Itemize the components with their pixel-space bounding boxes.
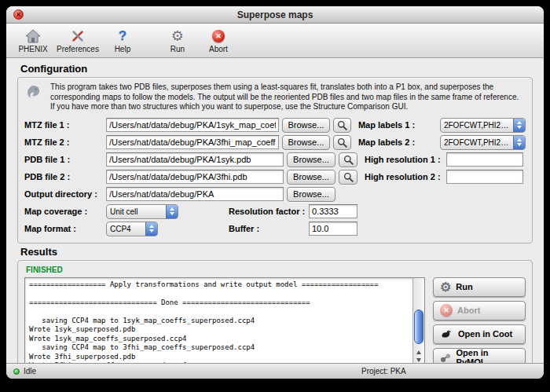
run-button[interactable]: Run [433,277,526,297]
status-badge: FINISHED [26,266,526,274]
pymol-molecule-icon [440,353,452,363]
map-format-label: Map format : [24,224,103,233]
toolbar-help-label: Help [115,45,131,53]
magnifier-icon [343,155,354,165]
program-description: This program takes two PDB files, superp… [50,82,524,112]
toolbar-abort-button[interactable]: Abort [201,28,236,53]
run-gear-icon [440,280,451,295]
help-icon [119,28,126,44]
mtz-file-1-label: MTZ file 1 : [24,120,103,130]
pdb-file-1-row: PDB file 1 : Browse... High resolution 1… [24,152,526,167]
configuration-section-title: Configuration [20,63,533,75]
open-in-coot-button[interactable]: Open in Coot [433,324,526,344]
title-bar: Superpose maps [6,6,544,24]
scrollbar-thumb[interactable] [414,310,424,344]
output-directory-row: Output directory : Browse... [24,187,526,202]
results-body: ================== Apply transformations… [24,277,526,368]
pdb-file-1-view-button[interactable] [339,152,358,167]
map-labels-2-label: Map labels 2 : [358,137,437,147]
toolbar: PHENIX Preferences Help Run Abort [6,24,544,58]
popup-arrows-icon [513,136,525,149]
console-scrollbar[interactable] [412,278,424,368]
mtz-file-2-label: MTZ file 2 : [24,137,103,147]
status-bar: Idle Project: PKA [6,363,544,379]
buffer-input[interactable] [309,222,358,236]
resolution-factor-label: Resolution factor : [229,207,306,216]
toolbar-preferences-label: Preferences [57,45,99,53]
map-format-slot: CCP4 [106,222,226,236]
output-directory-label: Output directory : [24,189,103,199]
magnifier-icon [343,172,354,182]
project-label: Project: PKA [361,367,406,376]
app-window: Superpose maps PHENIX Preferences Help R… [6,6,544,379]
pdb-file-1-input[interactable] [106,152,284,167]
map-labels-1-select[interactable]: 2FOFCWT,PHI2FOF... [440,118,526,133]
pdb-file-2-label: PDB file 2 : [24,172,103,181]
configuration-groupbox: This program takes two PDB files, superp… [17,77,533,244]
mtz-file-2-browse-button[interactable]: Browse... [282,135,329,150]
mtz-file-2-row: MTZ file 2 : Browse... Map labels 2 : 2F… [24,135,526,150]
mtz-file-2-view-button[interactable] [333,135,351,150]
abort-button: Abort [433,301,526,321]
map-labels-1-label: Map labels 1 : [358,120,437,130]
toolbar-phenix-label: PHENIX [18,45,47,53]
popup-arrows-icon [513,119,525,132]
map-labels-2-select[interactable]: 2FOFCWT,PHI2FOF... [440,135,526,150]
map-coverage-select[interactable]: Unit cell [106,204,178,219]
coot-bird-icon [440,329,453,339]
high-resolution-2-label: High resolution 2 : [365,172,443,181]
map-format-select[interactable]: CCP4 [106,222,158,236]
map-coverage-label: Map coverage : [24,207,103,216]
results-groupbox: FINISHED ================== Apply transf… [17,260,533,373]
mtz-file-1-row: MTZ file 1 : Browse... Map labels 1 : 2F… [24,118,526,133]
close-button[interactable] [13,9,24,20]
console-text: ================== Apply transformations… [25,278,424,368]
toolbar-help-button[interactable]: Help [105,28,140,53]
abort-icon [212,28,225,44]
abort-icon [440,304,453,317]
console-output[interactable]: ================== Apply transformations… [24,277,425,368]
phenix-home-icon [25,28,41,44]
high-resolution-1-label: High resolution 1 : [365,155,443,164]
toolbar-preferences-button[interactable]: Preferences [57,28,99,53]
toolbar-phenix-button[interactable]: PHENIX [16,28,50,53]
mtz-file-2-input[interactable] [106,135,279,149]
window-title: Superpose maps [237,9,314,20]
popup-arrows-icon [166,205,178,218]
pdb-file-1-browse-button[interactable]: Browse... [287,152,336,167]
toolbar-run-button[interactable]: Run [160,28,195,53]
toolbar-run-label: Run [170,45,185,53]
mtz-file-1-browse-button[interactable]: Browse... [282,118,329,133]
map-coverage-slot: Unit cell [106,204,226,219]
mtz-file-1-view-button[interactable] [333,118,351,133]
output-directory-browse-button[interactable]: Browse... [287,187,336,202]
results-section-title: Results [20,246,533,258]
status-text: Idle [24,367,36,376]
high-resolution-1-input[interactable] [446,152,523,167]
output-directory-input[interactable] [106,187,284,201]
magnifier-icon [337,120,347,130]
phenix-program-icon [26,82,43,103]
buffer-label: Buffer : [229,224,306,233]
run-gear-icon [171,28,184,44]
mtz-file-1-input[interactable] [106,118,279,132]
pdb-file-2-input[interactable] [106,170,284,184]
map-coverage-row: Map coverage : Unit cell Resolution fact… [24,204,526,219]
pdb-file-2-browse-button[interactable]: Browse... [287,170,336,185]
preferences-tools-icon [70,28,86,44]
map-format-row: Map format : CCP4 Buffer : [24,222,526,236]
scroll-up-button[interactable] [413,346,424,357]
toolbar-abort-label: Abort [209,45,228,53]
pdb-file-1-label: PDB file 1 : [24,155,103,164]
results-buttons: Run Abort Open in Coot Open in PyMOL [433,277,526,368]
main-content: Configuration This program takes two PDB… [6,58,544,373]
status-indicator-icon [13,368,20,375]
popup-arrows-icon [145,222,157,236]
program-description-row: This program takes two PDB files, superp… [26,82,524,112]
magnifier-icon [337,137,347,148]
resolution-factor-input[interactable] [309,204,358,218]
high-resolution-2-input[interactable] [446,170,523,184]
pdb-file-2-view-button[interactable] [339,170,358,185]
pdb-file-2-row: PDB file 2 : Browse... High resolution 2… [24,170,526,185]
